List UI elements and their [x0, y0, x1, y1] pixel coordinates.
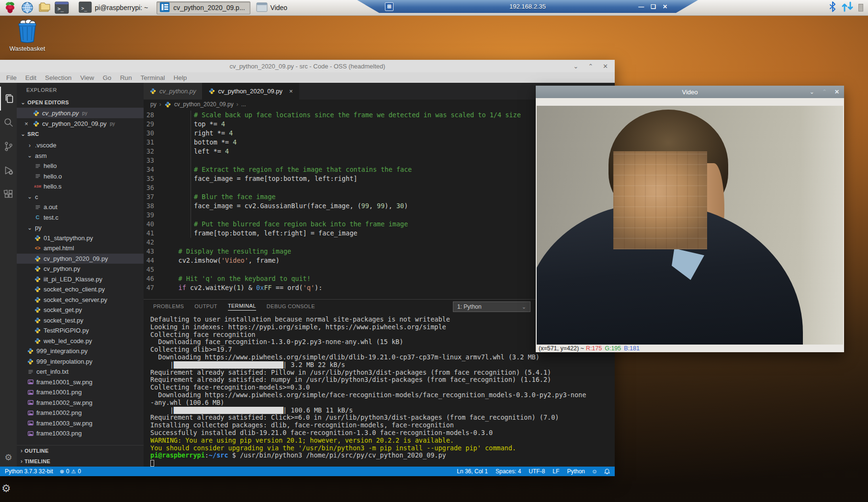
tree-item-cv_python_2020_09.py[interactable]: cv_python_2020_09.py — [17, 254, 144, 264]
terminal-launcher-icon[interactable]: >_ — [55, 1, 69, 14]
taskbar-task-terminal[interactable]: >_pi@raspberrypi: ~ — [77, 1, 153, 14]
tree-item-cert_info.txt[interactable]: cert_info.txt — [17, 367, 144, 377]
tree-item-socket_test.py[interactable]: socket_test.py — [17, 315, 144, 326]
tree-item-999_integration.py[interactable]: 999_integration.py — [17, 346, 144, 357]
minimize-icon[interactable]: ⌄ — [573, 63, 578, 70]
code-token: # Display the resulting image — [179, 247, 292, 256]
img-file-icon — [27, 390, 34, 395]
editor-tab-cv_python_2020_09.py[interactable]: cv_python_2020_09.py× — [203, 83, 299, 100]
run-debug-icon[interactable] — [0, 158, 17, 182]
menu-file[interactable]: File — [2, 74, 21, 81]
menu-edit[interactable]: Edit — [21, 74, 41, 81]
restore-icon[interactable]: ❏ — [651, 3, 656, 10]
tree-item-hello[interactable]: hello — [17, 161, 144, 171]
menu-view[interactable]: View — [76, 74, 99, 81]
open-editor-cv_python.py[interactable]: cv_python.pypy — [17, 108, 144, 118]
taskbar-task-code[interactable]: cv_python_2020_09.p... — [157, 1, 250, 14]
status-utf-8[interactable]: UTF-8 — [529, 468, 545, 475]
status-lf[interactable]: LF — [552, 468, 559, 475]
panel-tab-problems[interactable]: PROBLEMS — [153, 303, 184, 311]
img-file-icon — [27, 431, 34, 436]
tree-item-TestRPiGPIO.py[interactable]: TestRPiGPIO.py — [17, 325, 144, 336]
panel-tab-terminal[interactable]: TERMINAL — [228, 303, 256, 311]
tree-item-socket_echo_client.py[interactable]: socket_echo_client.py — [17, 284, 144, 295]
gear-icon[interactable]: ⚙ — [1, 482, 11, 495]
tree-item-999_interpolation.py[interactable]: 999_interpolation.py — [17, 357, 144, 367]
src-folder-header[interactable]: ⌄ SRC — [17, 129, 144, 139]
close-icon[interactable]: × — [289, 88, 293, 95]
minimize-icon[interactable]: — — [638, 3, 644, 10]
panel-tab-output[interactable]: OUTPUT — [194, 303, 217, 311]
notifications-bell-icon[interactable] — [604, 469, 610, 475]
source-control-icon[interactable] — [0, 134, 17, 158]
tree-item-c[interactable]: ⌄c — [17, 192, 144, 202]
extensions-icon[interactable] — [0, 182, 17, 206]
problems-status[interactable]: ⊗ 0 ⚠ 0 — [60, 468, 81, 475]
tree-item-iit_pi_LED_Klasse.py[interactable]: iit_pi_LED_Klasse.py — [17, 274, 144, 285]
timeline-header[interactable]: › TIMELINE — [17, 456, 144, 467]
terminal-selector-dropdown[interactable]: 1: Python ⌄ — [453, 301, 530, 312]
close-icon[interactable]: ✕ — [603, 63, 608, 70]
network-arrows-icon[interactable] — [841, 1, 854, 14]
vnc-titlebar[interactable]: ⊞ 192.168.2.35 — ❏ ✕ — [357, 0, 698, 13]
feedback-icon[interactable]: ☺ — [592, 468, 597, 475]
bluetooth-icon[interactable] — [829, 1, 836, 14]
manage-gear-icon[interactable]: ⚙ — [0, 452, 17, 463]
tree-item-hello.s[interactable]: ASMhello.s — [17, 181, 144, 192]
menu-go[interactable]: Go — [99, 74, 116, 81]
editor-tab-cv_python.py[interactable]: cv_python.py — [144, 83, 203, 100]
close-icon[interactable]: × — [23, 120, 30, 127]
close-icon[interactable]: ✕ — [834, 89, 839, 95]
status-ln-36-col-1[interactable]: Ln 36, Col 1 — [457, 468, 488, 475]
tree-item-socket_echo_server.py[interactable]: socket_echo_server.py — [17, 295, 144, 305]
outline-header[interactable]: › OUTLINE — [17, 446, 144, 456]
menu-run[interactable]: Run — [116, 74, 136, 81]
video-titlebar[interactable]: Video ⌄ ⌃ ✕ — [536, 86, 844, 98]
tree-item-hello.o[interactable]: hello.o — [17, 171, 144, 182]
file-manager-icon[interactable] — [37, 1, 52, 14]
tray-overflow-icon[interactable] — [858, 4, 863, 11]
tree-item-test.c[interactable]: Ctest.c — [17, 212, 144, 223]
minimize-icon[interactable]: ⌄ — [810, 89, 814, 95]
tree-item-01_startpython.py[interactable]: 01_startpython.py — [17, 233, 144, 244]
tree-item-frame10001_sw.png[interactable]: frame10001_sw.png — [17, 377, 144, 388]
tree-item-asm[interactable]: ⌄asm — [17, 151, 144, 161]
taskbar-task-video[interactable]: Video — [254, 1, 293, 14]
tree-item-frame10002.png[interactable]: frame10002.png — [17, 408, 144, 418]
panel-tab-debug-console[interactable]: DEBUG CONSOLE — [267, 303, 315, 311]
vscode-titlebar[interactable]: cv_python_2020_09.py - src - Code - OSS … — [0, 60, 615, 72]
svg-text:>_: >_ — [81, 5, 88, 11]
tree-item-ampel.html[interactable]: <>ampel.html — [17, 243, 144, 254]
tree-item-cv_python.py[interactable]: cv_python.py — [17, 264, 144, 274]
tree-item-socket_get.py[interactable]: socket_get.py — [17, 305, 144, 315]
close-icon[interactable]: ✕ — [663, 3, 667, 10]
tree-item-frame10003_sw.png[interactable]: frame10003_sw.png — [17, 418, 144, 429]
tree-item-web_led_code.py[interactable]: web_led_code.py — [17, 336, 144, 346]
tree-item-label: iit_pi_LED_Klasse.py — [44, 276, 102, 283]
maximize-icon[interactable]: ⌃ — [588, 63, 593, 70]
tree-item-a.out[interactable]: a.out — [17, 202, 144, 212]
status-python[interactable]: Python — [567, 468, 585, 475]
raspberry-menu-icon[interactable] — [3, 1, 17, 14]
tree-item-frame10003.png[interactable]: frame10003.png — [17, 428, 144, 439]
tree-item-frame10002_sw.png[interactable]: frame10002_sw.png — [17, 398, 144, 408]
tree-item-frame10001.png[interactable]: frame10001.png — [17, 387, 144, 398]
tree-item-py[interactable]: ⌄py — [17, 223, 144, 233]
breadcrumb-item[interactable]: ... — [241, 101, 246, 108]
maximize-icon[interactable]: ⌃ — [822, 89, 827, 95]
breadcrumb-item[interactable]: cv_python_2020_09.py — [174, 101, 234, 108]
wastebasket-icon[interactable]: Wastebasket — [6, 19, 49, 52]
menu-terminal[interactable]: Terminal — [136, 74, 169, 81]
open-editors-header[interactable]: ⌄ OPEN EDITORS — [17, 97, 144, 108]
open-editor-cv_python_2020_09.py[interactable]: ×cv_python_2020_09.pypy — [17, 118, 144, 129]
python-version-status[interactable]: Python 3.7.3 32-bit — [5, 468, 53, 475]
search-icon[interactable] — [0, 111, 17, 134]
menu-help[interactable]: Help — [169, 74, 191, 81]
menu-selection[interactable]: Selection — [41, 74, 76, 81]
warning-icon: ⚠ — [71, 469, 76, 475]
status-spaces-4[interactable]: Spaces: 4 — [496, 468, 521, 475]
breadcrumb-item[interactable]: py — [150, 101, 157, 108]
tree-item-.vscode[interactable]: ›.vscode — [17, 140, 144, 151]
explorer-icon[interactable] — [0, 87, 17, 111]
browser-globe-icon[interactable] — [20, 1, 34, 14]
